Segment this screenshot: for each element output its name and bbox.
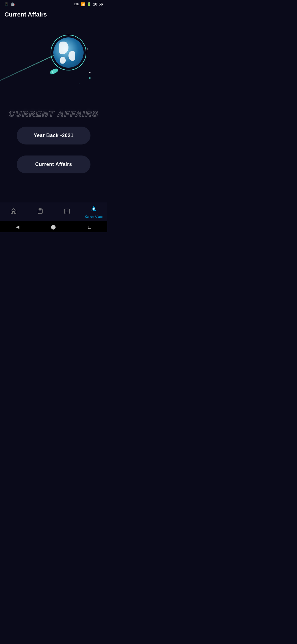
- illustration-area: [4, 26, 103, 103]
- star-dot-2: [87, 48, 88, 50]
- nav-item-home[interactable]: [0, 208, 27, 216]
- main-content: CURRENT AFFAIRS Year Back -2021 Current …: [0, 21, 107, 202]
- globe-land-1: [59, 42, 68, 54]
- nav-item-current-affairs[interactable]: Current Affairs: [81, 205, 108, 218]
- orbit-dot-2: [79, 83, 79, 84]
- bottom-nav: Current Affairs: [0, 202, 107, 221]
- star-dot-3: [89, 72, 90, 73]
- page-header: Current Affairs: [0, 8, 107, 21]
- home-button[interactable]: ⬤: [51, 224, 56, 230]
- globe-container: [51, 35, 86, 70]
- android-icon: 🤖: [11, 2, 15, 6]
- status-right: LTE 📶 🔋 10:56: [74, 2, 103, 6]
- svg-rect-7: [38, 209, 42, 214]
- year-back-button[interactable]: Year Back -2021: [17, 127, 91, 144]
- system-nav: ◀ ⬤ ◻: [0, 221, 107, 232]
- hero-title: CURRENT AFFAIRS: [9, 109, 98, 118]
- status-left: 📱 🤖: [4, 2, 15, 6]
- globe-inner: [53, 37, 84, 68]
- nav-item-clipboard[interactable]: [27, 208, 54, 216]
- page-title: Current Affairs: [4, 11, 47, 18]
- nav-current-affairs-label: Current Affairs: [85, 215, 103, 218]
- status-bar: 📱 🤖 LTE 📶 🔋 10:56: [0, 0, 107, 8]
- book-icon: [64, 208, 70, 216]
- nav-item-book[interactable]: [54, 208, 81, 216]
- rocket-nav-icon: [90, 205, 97, 214]
- svg-point-11: [93, 208, 95, 210]
- orbit-dot-1: [89, 77, 90, 79]
- back-button[interactable]: ◀: [16, 224, 19, 230]
- current-affairs-button[interactable]: Current Affairs: [17, 155, 91, 173]
- home-icon: [10, 208, 17, 216]
- buttons-area: Year Back -2021 Current Affairs: [4, 127, 103, 173]
- globe-ring: [51, 35, 86, 70]
- sim-icon: 📱: [4, 2, 9, 6]
- battery-icon: 🔋: [87, 2, 91, 6]
- globe-land-3: [60, 57, 66, 64]
- lte-indicator: LTE: [74, 2, 79, 6]
- clock: 10:56: [93, 2, 103, 6]
- clipboard-icon: [37, 208, 43, 216]
- globe-land-2: [68, 51, 75, 61]
- recent-button[interactable]: ◻: [88, 224, 91, 230]
- signal-bars-icon: 📶: [81, 2, 85, 6]
